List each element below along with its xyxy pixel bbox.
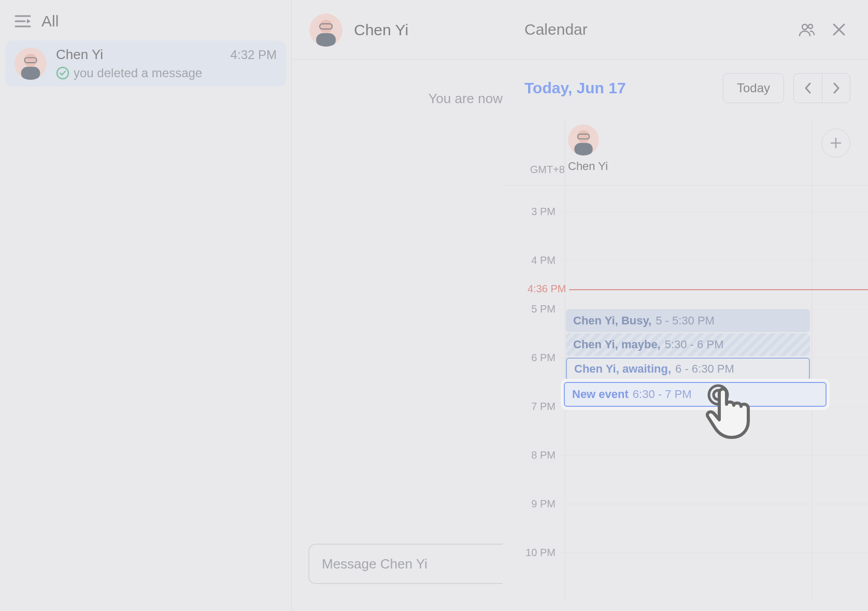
event-time: 5:30 - 6 PM [665,338,724,351]
hour-label: 7 PM [503,401,560,413]
chat-list-header: All [5,5,286,40]
event-time: 5 - 5:30 PM [656,314,715,328]
calendar-person[interactable]: Chen Yi [568,124,620,173]
conversation-name[interactable]: Chen Yi [354,21,408,39]
calendar-event-awaiting[interactable]: Chen Yi, awaiting, 6 - 6:30 PM [566,358,810,380]
svg-point-18 [577,130,590,143]
hour-row: 9 PM [503,504,868,552]
hour-label: 8 PM [503,449,560,461]
calendar-title: Calendar [524,21,786,38]
add-person-button[interactable] [821,129,850,158]
event-time: 6:30 - 7 PM [633,388,692,401]
svg-rect-19 [574,143,593,155]
conversation-panel: Chen Yi You are now [291,0,503,611]
avatar [568,124,599,155]
current-time-label: 4:36 PM [524,283,569,295]
hour-label: 10 PM [503,547,560,559]
conversation-header: Chen Yi [292,0,503,60]
filter-menu-icon[interactable] [15,15,31,28]
chat-item-preview: you deleted a message [74,66,202,80]
hour-label: 3 PM [503,206,560,218]
calendar-header: Calendar [503,0,868,60]
event-title: New event [572,388,629,401]
time-grid[interactable]: 3 PM 4 PM 5 PM 6 PM 7 PM 8 PM 9 PM 10 PM… [503,186,868,600]
calendar-person-name: Chen Yi [568,160,620,173]
timezone-label: GMT+8 [503,164,565,176]
avatar[interactable] [309,13,343,47]
svg-point-10 [319,20,333,33]
event-title: Chen Yi, Busy, [573,314,651,328]
system-message: You are now [292,60,503,107]
next-day-button[interactable] [822,74,850,103]
chat-item-body: Chen Yi 4:32 PM you deleted a message [56,47,277,80]
avatar [15,48,47,80]
calendar-event-tentative[interactable]: Chen Yi, maybe, 5:30 - 6 PM [566,333,810,356]
people-icon[interactable] [795,18,818,41]
hour-label: 5 PM [503,303,560,315]
today-button[interactable]: Today [723,73,784,103]
hour-label: 9 PM [503,498,560,510]
calendar-panel: Calendar Today, Jun 17 Today [503,0,868,611]
close-icon[interactable] [828,18,850,41]
compose-input[interactable] [322,556,490,572]
hour-row: 8 PM [503,455,868,504]
event-time: 6 - 6:30 PM [675,362,734,376]
calendar-event-new[interactable]: New event 6:30 - 7 PM [564,382,827,407]
prev-day-button[interactable] [794,74,822,103]
calendar-people-row: GMT+8 Chen Yi [503,119,868,186]
hour-label: 6 PM [503,352,560,364]
calendar-date-label: Today, Jun 17 [524,79,714,97]
checkmark-icon [56,66,69,80]
calendar-event-busy[interactable]: Chen Yi, Busy, 5 - 5:30 PM [566,309,810,332]
svg-point-8 [57,67,68,79]
hour-row: 3 PM [503,211,868,260]
compose-box[interactable] [308,544,503,584]
svg-point-5 [24,53,37,66]
svg-rect-6 [21,66,40,79]
date-nav [793,73,850,103]
svg-rect-11 [316,33,336,47]
hour-label: 4 PM [503,254,560,266]
event-title: Chen Yi, awaiting, [574,362,671,376]
chat-item-name: Chen Yi [56,47,103,63]
svg-point-14 [808,24,813,29]
calendar-body: GMT+8 Chen Yi 3 PM 4 PM [503,119,868,611]
calendar-controls: Today, Jun 17 Today [503,60,868,112]
hour-row: 10 PM [503,552,868,601]
chat-list-item[interactable]: Chen Yi 4:32 PM you deleted a message [5,40,286,87]
current-time-indicator: 4:36 PM [524,289,868,290]
svg-point-13 [802,24,807,30]
svg-marker-3 [27,19,31,23]
chat-item-time: 4:32 PM [231,48,277,62]
event-title: Chen Yi, maybe, [573,338,661,351]
chat-list-panel: All Chen Yi 4:32 PM [0,0,291,611]
hour-row: 7 PM [503,406,868,455]
chat-filter-label[interactable]: All [41,12,59,30]
